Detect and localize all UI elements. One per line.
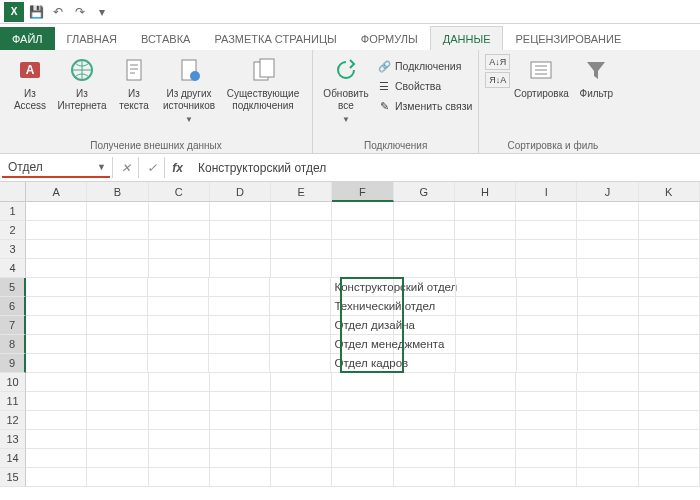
cell[interactable]: [394, 430, 455, 449]
cell[interactable]: [270, 316, 331, 335]
row-header[interactable]: 12: [0, 411, 26, 430]
cell[interactable]: [271, 411, 332, 430]
cell[interactable]: [209, 297, 270, 316]
cell[interactable]: [87, 221, 148, 240]
cell[interactable]: [394, 468, 455, 487]
cell[interactable]: [210, 411, 271, 430]
column-header[interactable]: K: [639, 182, 700, 202]
column-header[interactable]: A: [26, 182, 87, 202]
cells-area[interactable]: Конструкторский отделТехнический отделОт…: [26, 202, 700, 487]
cell[interactable]: [394, 221, 455, 240]
cell[interactable]: [210, 259, 271, 278]
row-header[interactable]: 8: [0, 335, 26, 354]
tab-file[interactable]: ФАЙЛ: [0, 27, 55, 50]
cell[interactable]: [577, 240, 638, 259]
cell[interactable]: [270, 354, 331, 373]
cell[interactable]: [639, 430, 700, 449]
formula-input[interactable]: Конструкторский отдел: [190, 161, 700, 175]
cell[interactable]: [577, 430, 638, 449]
cell[interactable]: [87, 449, 148, 468]
cell[interactable]: [209, 335, 270, 354]
cell[interactable]: [455, 221, 516, 240]
cell[interactable]: [26, 316, 87, 335]
cancel-formula-button[interactable]: ✕: [112, 157, 138, 178]
filter-button[interactable]: Фильтр: [572, 54, 620, 100]
cell[interactable]: [26, 373, 87, 392]
from-web-button[interactable]: Из Интернета: [58, 54, 106, 112]
cell[interactable]: [394, 449, 455, 468]
cell[interactable]: [270, 278, 331, 297]
row-header[interactable]: 14: [0, 449, 26, 468]
cell[interactable]: [455, 468, 516, 487]
cell[interactable]: [149, 259, 210, 278]
cell[interactable]: [639, 354, 700, 373]
from-text-button[interactable]: Из текста: [110, 54, 158, 112]
cell[interactable]: [332, 430, 393, 449]
cell[interactable]: [271, 430, 332, 449]
cell[interactable]: [578, 316, 639, 335]
cell[interactable]: [26, 430, 87, 449]
cell[interactable]: [394, 354, 455, 373]
cell[interactable]: Технический отдел: [331, 297, 394, 316]
cell[interactable]: [26, 392, 87, 411]
name-box[interactable]: Отдел ▼: [2, 157, 110, 178]
column-header[interactable]: D: [210, 182, 271, 202]
cell[interactable]: [271, 468, 332, 487]
cell[interactable]: [332, 373, 393, 392]
cell[interactable]: [639, 335, 700, 354]
cell[interactable]: [271, 373, 332, 392]
cell[interactable]: [578, 278, 639, 297]
save-icon[interactable]: 💾: [26, 2, 46, 22]
cell[interactable]: [394, 316, 455, 335]
cell[interactable]: [210, 392, 271, 411]
cell[interactable]: [149, 373, 210, 392]
row-header[interactable]: 5: [0, 278, 26, 297]
cell[interactable]: [639, 278, 700, 297]
cell[interactable]: [332, 411, 393, 430]
cell[interactable]: [639, 316, 700, 335]
cell[interactable]: [148, 297, 209, 316]
cell[interactable]: [639, 411, 700, 430]
cell[interactable]: [87, 430, 148, 449]
column-header[interactable]: E: [271, 182, 332, 202]
chevron-down-icon[interactable]: ▼: [97, 162, 106, 172]
row-header[interactable]: 1: [0, 202, 26, 221]
row-header[interactable]: 2: [0, 221, 26, 240]
cell[interactable]: [148, 278, 209, 297]
cell[interactable]: [26, 297, 87, 316]
cell[interactable]: [516, 430, 577, 449]
edit-links-button[interactable]: ✎Изменить связи: [377, 98, 472, 114]
cell[interactable]: [87, 316, 148, 335]
cell[interactable]: [210, 430, 271, 449]
cell[interactable]: [455, 259, 516, 278]
cell[interactable]: [456, 335, 517, 354]
existing-connections-button[interactable]: Существующие подключения: [220, 54, 306, 112]
tab-page-layout[interactable]: РАЗМЕТКА СТРАНИЦЫ: [202, 27, 348, 50]
row-header[interactable]: 4: [0, 259, 26, 278]
cell[interactable]: [210, 202, 271, 221]
sort-desc-button[interactable]: Я↓А: [485, 72, 510, 88]
cell[interactable]: [210, 373, 271, 392]
cell[interactable]: [209, 354, 270, 373]
cell[interactable]: [516, 202, 577, 221]
tab-formulas[interactable]: ФОРМУЛЫ: [349, 27, 430, 50]
cell[interactable]: [639, 468, 700, 487]
from-other-button[interactable]: Из других источников ▼: [162, 54, 216, 126]
cell[interactable]: [639, 297, 700, 316]
cell[interactable]: [394, 202, 455, 221]
cell[interactable]: [455, 430, 516, 449]
row-header[interactable]: 13: [0, 430, 26, 449]
cell[interactable]: Конструкторский отдел: [331, 278, 394, 297]
cell[interactable]: [639, 392, 700, 411]
refresh-all-button[interactable]: Обновить все ▼: [319, 54, 373, 126]
properties-button[interactable]: ☰Свойства: [377, 78, 472, 94]
cell[interactable]: [26, 259, 87, 278]
cell[interactable]: [517, 316, 578, 335]
column-header[interactable]: F: [332, 182, 393, 202]
cell[interactable]: [516, 392, 577, 411]
cell[interactable]: [577, 411, 638, 430]
cell[interactable]: [149, 468, 210, 487]
cell[interactable]: [577, 259, 638, 278]
cell[interactable]: [210, 449, 271, 468]
cell[interactable]: [332, 392, 393, 411]
